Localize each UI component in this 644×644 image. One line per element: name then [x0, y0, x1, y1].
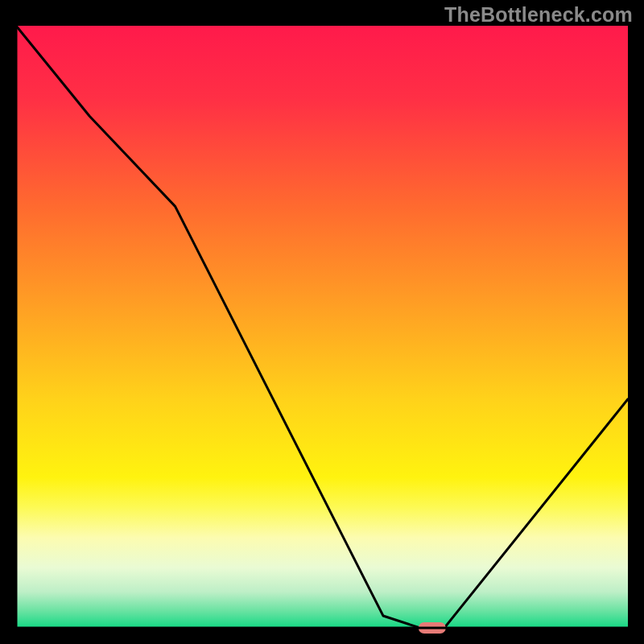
plot-background — [16, 26, 628, 628]
watermark-text: TheBottleneck.com — [444, 3, 633, 27]
bottleneck-chart — [0, 0, 644, 644]
chart-container: TheBottleneck.com — [0, 0, 644, 644]
